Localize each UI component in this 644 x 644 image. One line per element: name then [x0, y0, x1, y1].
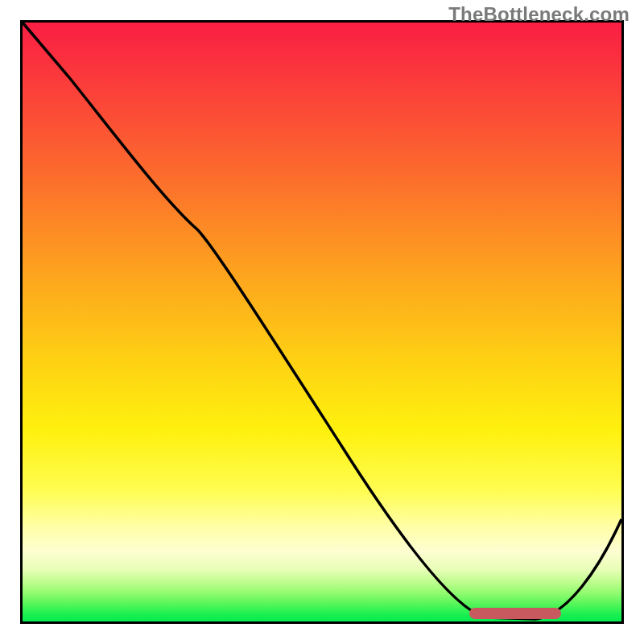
curve-svg: [20, 20, 624, 624]
chart-container: TheBottleneck.com: [0, 0, 644, 644]
bottleneck-curve: [23, 23, 621, 619]
plot-area: [20, 20, 624, 624]
watermark-text: TheBottleneck.com: [448, 3, 630, 26]
